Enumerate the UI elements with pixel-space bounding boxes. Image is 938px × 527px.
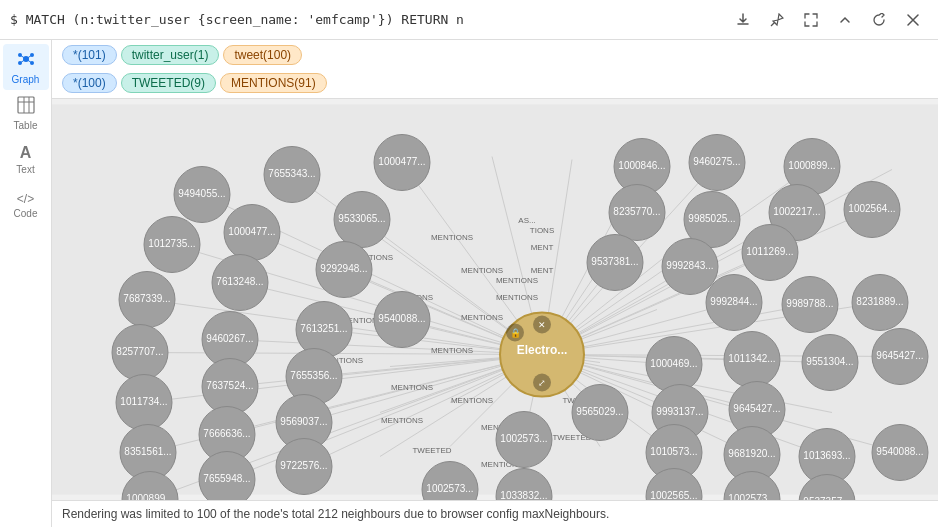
sidebar: Graph Table A Text </> Cod [0,40,52,527]
graph-icon [17,50,35,72]
status-bar: Rendering was limited to 100 of the node… [52,500,938,527]
svg-text:MENTIONS: MENTIONS [461,313,503,322]
main-layout: Graph Table A Text </> Cod [0,40,938,527]
svg-text:MENTIONS: MENTIONS [431,346,473,355]
svg-point-98 [174,167,230,223]
code-icon: </> [17,192,34,206]
svg-point-144 [706,275,762,331]
sidebar-item-text[interactable]: A Text [3,136,49,182]
svg-point-122 [844,182,900,238]
svg-point-116 [609,185,665,241]
close-icon [907,14,919,26]
svg-point-134 [742,225,798,281]
svg-text:✕: ✕ [538,320,546,330]
filter-mentions[interactable]: MENTIONS(91) [220,73,327,93]
svg-text:MENTIONS: MENTIONS [496,276,538,285]
svg-text:MENT: MENT [531,266,554,275]
filter-bar: *(101) twitter_user(1) tweet(100) *(100)… [52,40,938,99]
filter-tweet[interactable]: tweet(100) [223,45,302,65]
sidebar-code-label: Code [14,208,38,219]
svg-point-156 [646,337,702,393]
svg-point-110 [144,217,200,273]
svg-point-128 [316,242,372,298]
svg-text:AS...: AS... [518,216,535,225]
svg-point-106 [689,135,745,191]
svg-point-162 [872,329,928,385]
svg-point-140 [296,302,352,358]
svg-point-190 [872,425,928,481]
svg-point-170 [572,385,628,441]
svg-point-142 [374,292,430,348]
sidebar-item-table[interactable]: Table [3,90,49,136]
svg-text:MENTIONS: MENTIONS [391,383,433,392]
filter-all-100[interactable]: *(100) [62,73,117,93]
svg-text:MENT: MENT [531,243,554,252]
svg-point-114 [334,192,390,248]
table-svg-icon [17,96,35,114]
svg-line-0 [771,22,775,26]
svg-text:⤢: ⤢ [538,378,546,388]
svg-text:TIONS: TIONS [530,226,554,235]
svg-point-102 [374,135,430,191]
top-icons [728,5,928,35]
svg-text:MENTIONS: MENTIONS [431,233,473,242]
sidebar-item-graph[interactable]: Graph [3,44,49,90]
svg-point-146 [782,277,838,333]
svg-text:MENTIONS: MENTIONS [381,416,423,425]
text-icon: A [20,144,32,162]
table-icon [17,96,35,118]
svg-point-130 [587,235,643,291]
refresh-icon [872,13,886,27]
svg-point-100 [264,147,320,203]
sidebar-graph-label: Graph [12,74,40,85]
status-message: Rendering was limited to 100 of the node… [62,507,609,521]
svg-point-152 [202,359,258,415]
sidebar-table-label: Table [14,120,38,131]
app-container: $ MATCH (n:twitter_user {screen_name: 'e… [0,0,938,527]
svg-point-180 [276,439,332,495]
svg-point-132 [662,239,718,295]
svg-point-148 [852,275,908,331]
sidebar-item-code[interactable]: </> Code [3,182,49,228]
filter-tweeted[interactable]: TWEETED(9) [121,73,216,93]
svg-point-124 [119,272,175,328]
query-display: $ MATCH (n:twitter_user {screen_name: 'e… [10,12,728,27]
center-node-label: Electro... [517,343,568,357]
close-button[interactable] [898,5,928,35]
filter-all-101[interactable]: *(101) [62,45,117,65]
svg-text:MENTIONS: MENTIONS [496,293,538,302]
chevron-up-icon [838,13,852,27]
download-button[interactable] [728,5,758,35]
content-area: *(101) twitter_user(1) tweet(100) *(100)… [52,40,938,527]
graph-container[interactable]: MENTIONS MENTIONS MENTIONS MENTIONS MENT… [52,99,938,500]
sidebar-text-label: Text [16,164,34,175]
expand-button[interactable] [796,5,826,35]
graph-svg: MENTIONS MENTIONS MENTIONS MENTIONS MENT… [52,99,938,500]
svg-point-160 [802,335,858,391]
expand-icon [804,13,818,27]
pin-icon [770,13,784,27]
svg-point-150 [116,375,172,431]
svg-text:TWEETED: TWEETED [412,446,451,455]
download-icon [736,13,750,27]
svg-point-126 [212,255,268,311]
svg-point-158 [724,332,780,388]
svg-text:MENTIONS: MENTIONS [461,266,503,275]
svg-point-112 [224,205,280,261]
svg-text:MENTIONS: MENTIONS [451,396,493,405]
filter-twitter-user[interactable]: twitter_user(1) [121,45,220,65]
pin-button[interactable] [762,5,792,35]
svg-text:🔒: 🔒 [510,327,522,339]
refresh-button[interactable] [864,5,894,35]
top-bar: $ MATCH (n:twitter_user {screen_name: 'e… [0,0,938,40]
graph-svg-icon [17,50,35,68]
svg-point-136 [112,325,168,381]
svg-point-182 [496,412,552,468]
collapse-button[interactable] [830,5,860,35]
svg-rect-10 [18,97,34,113]
